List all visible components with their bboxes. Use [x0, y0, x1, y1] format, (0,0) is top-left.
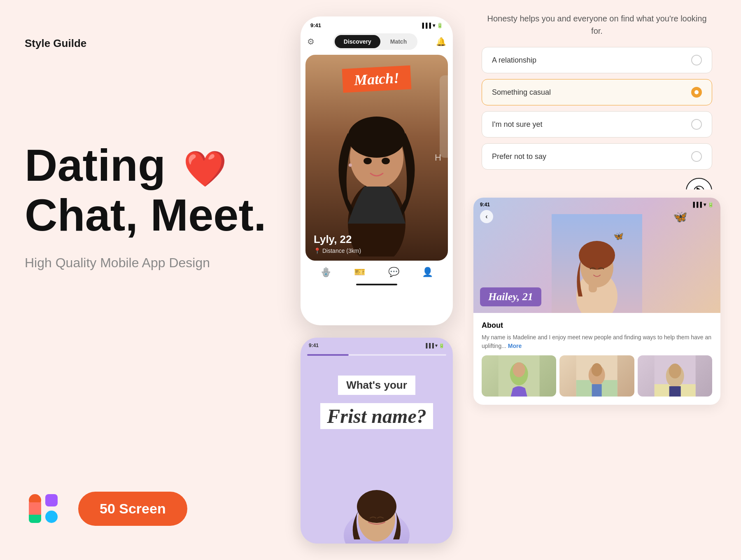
bottom-nav: 🪬 🎫 💬 👤 — [301, 261, 453, 282]
option-notsure-label: I'm not sure yet — [492, 120, 542, 129]
photo-thumb-1 — [482, 355, 556, 397]
match-banner: Match! — [343, 67, 411, 91]
option-notsure[interactable]: I'm not sure yet — [482, 111, 712, 138]
svg-point-3 — [45, 511, 58, 523]
headline-chat: Chat, Meet. — [25, 190, 266, 240]
bell-icon[interactable]: 🔔 — [436, 37, 446, 47]
bottom-phone: 9:41 ▐▐▐ ▾ 🔋 What's your Frist name? — [301, 338, 453, 544]
signal-icons: ▐▐▐ ▾ 🔋 — [420, 23, 443, 28]
radio-notsure[interactable] — [691, 119, 702, 130]
profile-signal: ▐▐▐ ▾ 🔋 — [691, 202, 714, 208]
tab-match[interactable]: Match — [381, 35, 416, 48]
svg-point-31 — [669, 364, 681, 378]
svg-point-11 — [349, 163, 352, 167]
profile-status-bar: 9:41 ▐▐▐ ▾ 🔋 — [473, 198, 720, 212]
bottom-girl-illustration — [319, 461, 434, 544]
style-guide-label: Style Guilde — [25, 37, 86, 50]
svg-point-26 — [592, 363, 602, 376]
bottom-phone-status: 9:41 ▐▐▐ ▾ 🔋 — [301, 338, 453, 351]
center-phone: 9:41 ▐▐▐ ▾ 🔋 ⚙ Discovery Match 🔔 Match! — [301, 16, 453, 325]
hailey-illustration: 🦋 — [552, 214, 642, 313]
profile-time: 9:41 — [480, 202, 490, 208]
option-prefer[interactable]: Prefer not to say — [482, 143, 712, 170]
svg-point-9 — [364, 158, 372, 164]
screen-count-badge: 50 Screen — [78, 492, 187, 526]
svg-point-8 — [348, 117, 405, 158]
profile-detail-panel: 9:41 ▐▐▐ ▾ 🔋 ‹ 🦋 — [465, 189, 729, 413]
hailey-name-banner: Hailey, 21 — [480, 287, 541, 306]
profile-name: Lyly, 22 — [314, 233, 361, 246]
radio-prefer[interactable] — [691, 151, 702, 162]
svg-point-22 — [513, 362, 525, 377]
radio-relationship[interactable] — [691, 55, 702, 65]
profile-header-image: 9:41 ▐▐▐ ▾ 🔋 ‹ 🦋 — [473, 198, 720, 313]
settings-icon[interactable]: ⚙ — [307, 37, 315, 47]
progress-bar-fill — [307, 354, 349, 356]
phone-time: 9:41 — [310, 22, 321, 28]
home-indicator — [356, 284, 397, 285]
status-bar: 9:41 ▐▐▐ ▾ 🔋 — [301, 16, 453, 32]
firstname-content: What's your Frist name? — [301, 359, 453, 446]
svg-rect-32 — [669, 386, 680, 397]
looking-for-description: Honesty helps you and everyone on find w… — [482, 12, 712, 37]
progress-bar-bg — [307, 354, 446, 356]
photos-grid — [482, 355, 712, 397]
nav-tabs: Discovery Match — [333, 33, 417, 50]
back-button[interactable]: ‹ — [480, 210, 493, 223]
bottom-phone-time: 9:41 — [309, 343, 319, 348]
relationship-panel: Honesty helps you and everyone on find w… — [465, 0, 729, 222]
nav-profile-icon[interactable]: 👤 — [422, 266, 433, 278]
option-relationship[interactable]: A relationship — [482, 47, 712, 73]
fairy-icon: 🦋 — [673, 210, 687, 224]
profile-distance: 📍 Distance (3km) — [314, 247, 361, 254]
bottom-signal: ▐▐▐ ▾ 🔋 — [424, 343, 445, 348]
radio-casual[interactable] — [691, 87, 702, 98]
option-casual-label: Something casual — [492, 88, 551, 97]
photo-thumb-2 — [559, 355, 634, 397]
figma-icon — [25, 490, 62, 527]
svg-point-10 — [382, 158, 390, 164]
profile-phone-card: 9:41 ▐▐▐ ▾ 🔋 ‹ 🦋 — [473, 198, 720, 405]
firstname-label: Frist name? — [320, 403, 433, 429]
about-text: My name is Madeline and I enjoy meet new… — [482, 333, 712, 350]
about-title: About — [482, 321, 712, 330]
option-relationship-label: A relationship — [492, 56, 536, 65]
tab-discovery[interactable]: Discovery — [335, 35, 380, 48]
svg-rect-4 — [29, 502, 41, 515]
nav-chat-icon[interactable]: 💬 — [388, 266, 399, 278]
progress-bar-container — [301, 351, 453, 359]
svg-point-35 — [357, 490, 396, 523]
profile-body: About My name is Madeline and I enjoy me… — [473, 313, 720, 405]
heart-emoji: ❤️ — [183, 149, 227, 188]
nav-boost-icon[interactable]: 🎫 — [354, 266, 366, 278]
photo-thumb-3 — [638, 355, 712, 397]
svg-text:🦋: 🦋 — [613, 231, 624, 241]
subtitle-text: High Quality Mobile App Design — [25, 255, 210, 271]
more-link[interactable]: More — [508, 343, 522, 349]
headline-dating: Dating ❤️ — [25, 140, 266, 190]
svg-rect-27 — [592, 384, 602, 397]
option-casual[interactable]: Something casual — [482, 79, 712, 105]
profile-card: Match! — [305, 55, 448, 261]
profile-info: Lyly, 22 📍 Distance (3km) — [314, 233, 361, 254]
phone-nav: ⚙ Discovery Match 🔔 — [301, 32, 453, 55]
whats-your-text: What's your — [338, 376, 415, 395]
svg-rect-1 — [45, 494, 58, 506]
svg-point-18 — [579, 241, 615, 270]
location-icon: 📍 — [314, 247, 321, 254]
nav-dislike-icon[interactable]: 🪬 — [320, 266, 331, 278]
option-prefer-label: Prefer not to say — [492, 152, 546, 161]
